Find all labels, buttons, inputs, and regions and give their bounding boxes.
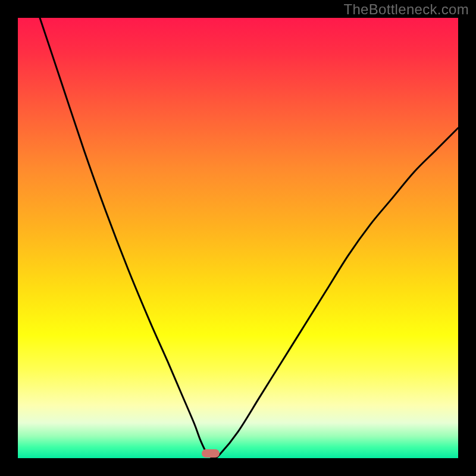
chart-frame: TheBottleneck.com	[0, 0, 476, 476]
plot-area	[18, 18, 458, 458]
bottleneck-curve	[40, 18, 458, 458]
curve-svg	[18, 18, 458, 458]
watermark-text: TheBottleneck.com	[343, 1, 469, 18]
vertex-marker	[202, 449, 220, 458]
